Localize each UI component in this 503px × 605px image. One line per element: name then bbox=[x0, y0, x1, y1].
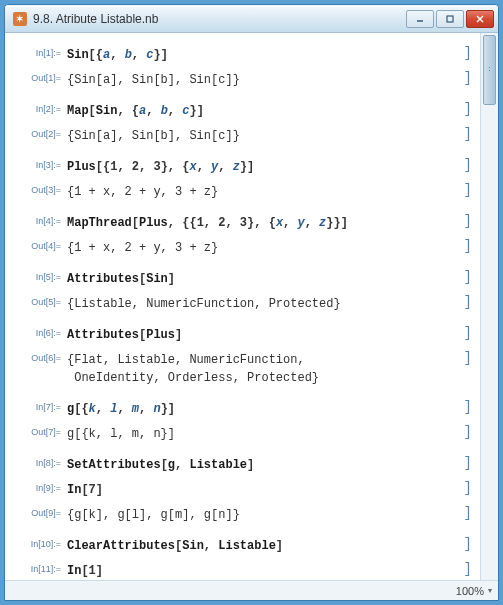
output-cell[interactable]: Out[4]={1 + x, 2 + y, 3 + z}] bbox=[9, 238, 474, 257]
input-cell[interactable]: In[7]:=g[{k, l, m, n}]] bbox=[9, 399, 474, 418]
close-icon bbox=[475, 14, 485, 24]
cell-expression: {Sin[a], Sin[b], Sin[c]} bbox=[67, 126, 458, 145]
cell-bracket-icon[interactable]: ] bbox=[458, 45, 474, 61]
cell-bracket-icon[interactable]: ] bbox=[458, 182, 474, 198]
cell-bracket-icon[interactable]: ] bbox=[458, 480, 474, 496]
cell-bracket-icon[interactable]: ] bbox=[458, 213, 474, 229]
cell-label: In[6]:= bbox=[9, 325, 67, 338]
cell-expression: {g[k], g[l], g[m], g[n]} bbox=[67, 505, 458, 524]
input-cell[interactable]: In[2]:=Map[Sin, {a, b, c}]] bbox=[9, 101, 474, 120]
cell-expression: g[{k, l, m, n}] bbox=[67, 424, 458, 443]
cell-label: In[3]:= bbox=[9, 157, 67, 170]
input-cell[interactable]: In[1]:=Sin[{a, b, c}]] bbox=[9, 45, 474, 64]
cell-bracket-icon[interactable]: ] bbox=[458, 561, 474, 577]
cell-expression[interactable]: SetAttributes[g, Listable] bbox=[67, 455, 458, 474]
cell-label: In[9]:= bbox=[9, 480, 67, 493]
output-cell[interactable]: Out[5]={Listable, NumericFunction, Prote… bbox=[9, 294, 474, 313]
cell-expression[interactable]: Plus[{1, 2, 3}, {x, y, z}] bbox=[67, 157, 458, 176]
chevron-down-icon: ▾ bbox=[488, 586, 492, 595]
cell-label: Out[9]= bbox=[9, 505, 67, 518]
zoom-value: 100% bbox=[456, 585, 484, 597]
cell-expression[interactable]: ClearAttributes[Sin, Listable] bbox=[67, 536, 458, 555]
cell-label: Out[7]= bbox=[9, 424, 67, 437]
cell-expression: {Listable, NumericFunction, Protected} bbox=[67, 294, 458, 313]
close-button[interactable] bbox=[466, 10, 494, 28]
output-cell[interactable]: Out[3]={1 + x, 2 + y, 3 + z}] bbox=[9, 182, 474, 201]
cell-label: Out[4]= bbox=[9, 238, 67, 251]
scrollbar[interactable] bbox=[480, 33, 498, 580]
output-cell[interactable]: Out[9]={g[k], g[l], g[m], g[n]}] bbox=[9, 505, 474, 524]
input-cell[interactable]: In[8]:=SetAttributes[g, Listable]] bbox=[9, 455, 474, 474]
content-area: In[1]:=Sin[{a, b, c}]]Out[1]={Sin[a], Si… bbox=[5, 33, 498, 580]
output-cell[interactable]: Out[6]={Flat, Listable, NumericFunction,… bbox=[9, 350, 474, 387]
cell-expression[interactable]: Map[Sin, {a, b, c}] bbox=[67, 101, 458, 120]
cell-bracket-icon[interactable]: ] bbox=[458, 325, 474, 341]
cell-expression[interactable]: Sin[{a, b, c}] bbox=[67, 45, 458, 64]
cell-label: In[5]:= bbox=[9, 269, 67, 282]
cell-expression: {Flat, Listable, NumericFunction, OneIde… bbox=[67, 350, 458, 387]
cell-bracket-icon[interactable]: ] bbox=[458, 536, 474, 552]
cell-bracket-icon[interactable]: ] bbox=[458, 126, 474, 142]
cell-expression[interactable]: In[7] bbox=[67, 480, 458, 499]
cell-bracket-icon[interactable]: ] bbox=[458, 455, 474, 471]
cell-label: Out[2]= bbox=[9, 126, 67, 139]
cell-bracket-icon[interactable]: ] bbox=[458, 157, 474, 173]
cell-bracket-icon[interactable]: ] bbox=[458, 350, 474, 366]
cell-label: In[11]:= bbox=[9, 561, 67, 574]
cell-label: In[1]:= bbox=[9, 45, 67, 58]
window-title: 9.8. Atribute Listable.nb bbox=[33, 12, 406, 26]
scrollbar-thumb[interactable] bbox=[483, 35, 496, 105]
cell-bracket-icon[interactable]: ] bbox=[458, 399, 474, 415]
input-cell[interactable]: In[9]:=In[7]] bbox=[9, 480, 474, 499]
cell-expression: {1 + x, 2 + y, 3 + z} bbox=[67, 182, 458, 201]
input-cell[interactable]: In[6]:=Attributes[Plus]] bbox=[9, 325, 474, 344]
cell-bracket-icon[interactable]: ] bbox=[458, 101, 474, 117]
statusbar: 100% ▾ bbox=[5, 580, 498, 600]
app-icon: ✶ bbox=[13, 12, 27, 26]
maximize-icon bbox=[445, 14, 455, 24]
cell-bracket-icon[interactable]: ] bbox=[458, 238, 474, 254]
scrollbar-grip-icon bbox=[486, 65, 493, 75]
cell-expression[interactable]: g[{k, l, m, n}] bbox=[67, 399, 458, 418]
zoom-control[interactable]: 100% ▾ bbox=[456, 585, 492, 597]
cell-expression[interactable]: MapThread[Plus, {{1, 2, 3}, {x, y, z}}] bbox=[67, 213, 458, 232]
window-controls bbox=[406, 10, 494, 28]
cell-bracket-icon[interactable]: ] bbox=[458, 70, 474, 86]
cell-label: Out[3]= bbox=[9, 182, 67, 195]
cell-label: In[10]:= bbox=[9, 536, 67, 549]
cell-bracket-icon[interactable]: ] bbox=[458, 269, 474, 285]
app-window: ✶ 9.8. Atribute Listable.nb In[1]:=Sin[{… bbox=[4, 4, 499, 601]
cell-expression[interactable]: Attributes[Plus] bbox=[67, 325, 458, 344]
output-cell[interactable]: Out[1]={Sin[a], Sin[b], Sin[c]}] bbox=[9, 70, 474, 89]
minimize-button[interactable] bbox=[406, 10, 434, 28]
cell-label: In[4]:= bbox=[9, 213, 67, 226]
maximize-button[interactable] bbox=[436, 10, 464, 28]
input-cell[interactable]: In[4]:=MapThread[Plus, {{1, 2, 3}, {x, y… bbox=[9, 213, 474, 232]
cell-bracket-icon[interactable]: ] bbox=[458, 505, 474, 521]
cell-bracket-icon[interactable]: ] bbox=[458, 294, 474, 310]
minimize-icon bbox=[415, 14, 425, 24]
cell-expression: {Sin[a], Sin[b], Sin[c]} bbox=[67, 70, 458, 89]
input-cell[interactable]: In[3]:=Plus[{1, 2, 3}, {x, y, z}]] bbox=[9, 157, 474, 176]
cell-bracket-icon[interactable]: ] bbox=[458, 424, 474, 440]
input-cell[interactable]: In[10]:=ClearAttributes[Sin, Listable]] bbox=[9, 536, 474, 555]
svg-rect-1 bbox=[447, 16, 453, 22]
cell-expression[interactable]: In[1] bbox=[67, 561, 458, 580]
output-cell[interactable]: Out[7]=g[{k, l, m, n}]] bbox=[9, 424, 474, 443]
cell-label: In[2]:= bbox=[9, 101, 67, 114]
cell-label: In[8]:= bbox=[9, 455, 67, 468]
input-cell[interactable]: In[11]:=In[1]] bbox=[9, 561, 474, 580]
cell-label: Out[1]= bbox=[9, 70, 67, 83]
notebook[interactable]: In[1]:=Sin[{a, b, c}]]Out[1]={Sin[a], Si… bbox=[5, 33, 480, 580]
output-cell[interactable]: Out[2]={Sin[a], Sin[b], Sin[c]}] bbox=[9, 126, 474, 145]
input-cell[interactable]: In[5]:=Attributes[Sin]] bbox=[9, 269, 474, 288]
cell-label: In[7]:= bbox=[9, 399, 67, 412]
cell-expression: {1 + x, 2 + y, 3 + z} bbox=[67, 238, 458, 257]
titlebar[interactable]: ✶ 9.8. Atribute Listable.nb bbox=[5, 5, 498, 33]
cell-label: Out[6]= bbox=[9, 350, 67, 363]
cell-expression[interactable]: Attributes[Sin] bbox=[67, 269, 458, 288]
cell-label: Out[5]= bbox=[9, 294, 67, 307]
